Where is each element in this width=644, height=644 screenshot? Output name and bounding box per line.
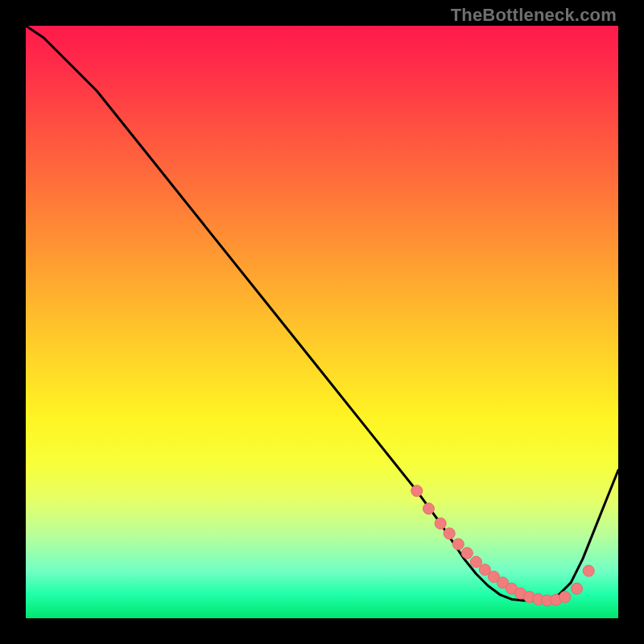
highlight-marker [559,592,571,603]
highlight-marker [435,518,446,529]
highlight-marker [452,539,464,550]
highlight-marker [461,547,473,559]
highlight-marker [411,485,423,497]
highlight-marker [583,565,594,576]
bottleneck-curve-path [26,26,618,601]
curve-layer [26,26,618,618]
bottleneck-curve [26,26,618,601]
highlight-marker [423,503,434,514]
highlight-marker [571,583,582,594]
watermark-label: TheBottleneck.com [451,5,617,26]
highlight-marker [444,528,455,539]
chart-frame: TheBottleneck.com [0,0,644,644]
highlight-marker [470,556,481,568]
plot-area [26,26,618,618]
